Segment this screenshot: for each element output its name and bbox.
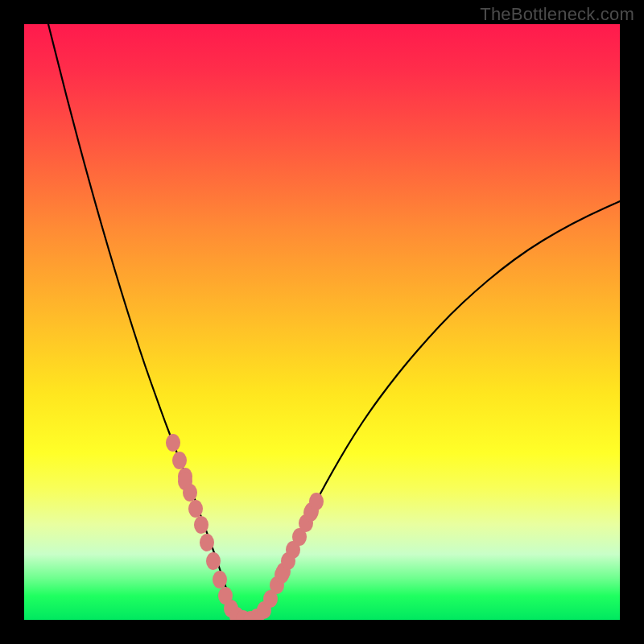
data-marker: [309, 493, 324, 510]
data-marker: [194, 516, 208, 534]
data-marker: [188, 500, 203, 518]
curve-right-curve: [248, 201, 620, 620]
data-marker: [213, 571, 227, 588]
data-marker: [172, 452, 187, 469]
plot-area: [24, 24, 620, 620]
outer-black-frame: TheBottleneck.com: [0, 0, 644, 644]
curve-left-curve: [48, 24, 248, 620]
data-marker: [206, 552, 221, 570]
watermark-text: TheBottleneck.com: [480, 4, 634, 25]
data-marker: [183, 484, 197, 502]
data-marker: [200, 534, 214, 551]
data-marker: [166, 434, 180, 452]
chart-svg: [24, 24, 620, 620]
